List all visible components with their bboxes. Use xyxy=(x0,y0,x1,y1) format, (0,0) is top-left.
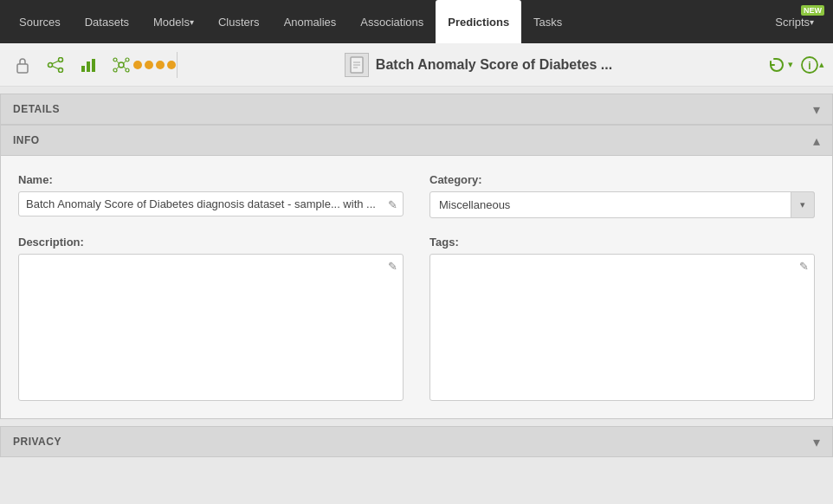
title-doc-icon xyxy=(345,53,369,77)
toolbar: Batch Anomaly Score of Diabetes ... ▾ i … xyxy=(0,43,833,87)
svg-line-17 xyxy=(124,67,126,69)
lock-icon[interactable] xyxy=(9,51,36,79)
dots-icon[interactable] xyxy=(140,51,168,79)
privacy-toggle-icon: ▾ xyxy=(813,434,820,450)
nav-sources[interactable]: Sources xyxy=(7,0,73,43)
svg-point-11 xyxy=(126,58,129,61)
svg-rect-6 xyxy=(81,66,85,72)
info-toggle-icon: ▴ xyxy=(813,132,820,149)
refresh-arrow: ▾ xyxy=(788,59,793,70)
toolbar-separator xyxy=(177,52,178,78)
details-section-header[interactable]: DETAILS ▾ xyxy=(0,94,833,125)
category-select[interactable]: MiscellaneousBusinessEducationFinanceHea… xyxy=(429,191,815,218)
description-field: Description: ✎ xyxy=(18,236,404,401)
tags-field: Tags: ✎ xyxy=(429,236,815,401)
toolbar-title: Batch Anomaly Score of Diabetes ... xyxy=(195,53,762,77)
svg-line-15 xyxy=(124,61,126,63)
chart-icon[interactable] xyxy=(74,51,102,79)
refresh-button[interactable]: ▾ xyxy=(767,55,793,74)
svg-point-13 xyxy=(126,68,129,72)
tags-textarea[interactable]: ✎ xyxy=(429,254,815,401)
details-toggle-icon: ▾ xyxy=(813,101,820,118)
nav-datasets[interactable]: Datasets xyxy=(73,0,141,43)
network-icon[interactable] xyxy=(107,51,135,79)
nav-scripts[interactable]: Scripts NEW xyxy=(763,0,826,43)
info-arrow: ▴ xyxy=(819,59,824,70)
svg-line-4 xyxy=(52,61,59,64)
details-section: DETAILS ▾ xyxy=(0,94,833,125)
info-title: INFO xyxy=(13,134,40,146)
new-badge: NEW xyxy=(801,5,824,16)
top-navigation: Sources Datasets Models Clusters Anomali… xyxy=(0,0,833,43)
privacy-section: PRIVACY ▾ xyxy=(0,426,833,457)
category-label: Category: xyxy=(429,173,815,186)
info-grid: Name: Batch Anomaly Score of Diabetes di… xyxy=(18,173,815,401)
svg-point-9 xyxy=(119,62,124,68)
svg-point-2 xyxy=(59,57,63,61)
info-button[interactable]: i ▴ xyxy=(800,55,824,74)
content-area: DETAILS ▾ INFO ▴ Name: Batch Anomaly Sco… xyxy=(0,94,833,457)
svg-rect-0 xyxy=(17,64,28,73)
toolbar-actions: ▾ i ▴ xyxy=(767,55,824,74)
nav-predictions[interactable]: Predictions xyxy=(436,0,521,43)
svg-line-5 xyxy=(52,66,59,69)
svg-point-1 xyxy=(48,62,53,67)
name-field: Name: Batch Anomaly Score of Diabetes di… xyxy=(18,173,404,218)
description-label: Description: xyxy=(18,236,404,249)
nav-associations[interactable]: Associations xyxy=(348,0,436,43)
info-section: INFO ▴ Name: Batch Anomaly Score of Diab… xyxy=(0,125,833,419)
name-value: Batch Anomaly Score of Diabetes diagnosi… xyxy=(26,197,376,210)
privacy-section-header[interactable]: PRIVACY ▾ xyxy=(0,426,833,457)
details-title: DETAILS xyxy=(13,103,60,115)
category-field: Category: MiscellaneousBusinessEducation… xyxy=(429,173,815,218)
name-edit-icon[interactable]: ✎ xyxy=(388,197,397,210)
name-label: Name: xyxy=(18,173,404,186)
info-section-body: Name: Batch Anomaly Score of Diabetes di… xyxy=(0,156,833,419)
svg-line-14 xyxy=(117,61,119,63)
svg-line-16 xyxy=(117,67,119,69)
description-textarea[interactable]: ✎ xyxy=(18,254,404,401)
share-icon[interactable] xyxy=(42,51,69,79)
svg-text:i: i xyxy=(808,59,810,71)
info-section-header[interactable]: INFO ▴ xyxy=(0,125,833,156)
svg-point-3 xyxy=(59,68,63,72)
toolbar-title-text: Batch Anomaly Score of Diabetes ... xyxy=(376,57,612,73)
nav-models[interactable]: Models xyxy=(141,0,206,43)
tags-label: Tags: xyxy=(429,236,815,249)
tags-edit-icon[interactable]: ✎ xyxy=(799,260,809,273)
nav-anomalies[interactable]: Anomalies xyxy=(272,0,349,43)
description-edit-icon[interactable]: ✎ xyxy=(388,260,397,273)
svg-point-12 xyxy=(113,68,117,72)
privacy-title: PRIVACY xyxy=(13,436,61,448)
category-select-wrap: MiscellaneousBusinessEducationFinanceHea… xyxy=(429,191,815,218)
name-input[interactable]: Batch Anomaly Score of Diabetes diagnosi… xyxy=(18,191,404,216)
svg-rect-7 xyxy=(87,61,90,72)
nav-clusters[interactable]: Clusters xyxy=(206,0,272,43)
nav-tasks[interactable]: Tasks xyxy=(521,0,574,43)
svg-point-10 xyxy=(113,58,117,61)
svg-rect-8 xyxy=(92,59,95,72)
